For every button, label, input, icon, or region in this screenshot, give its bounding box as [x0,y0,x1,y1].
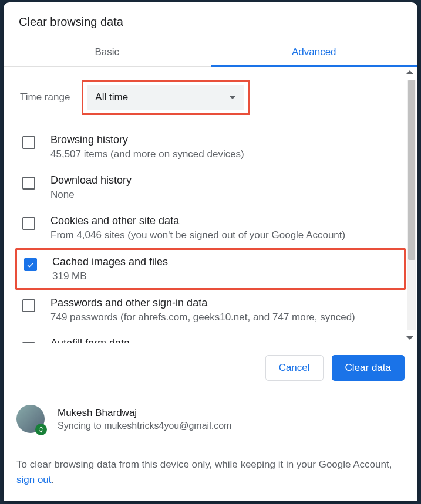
item-title: Passwords and other sign-in data [50,297,401,309]
dialog-title: Clear browsing data [4,2,417,39]
item-cached[interactable]: Cached images and files 319 MB [19,251,402,287]
time-range-value: All time [95,92,128,103]
item-text: Passwords and other sign-in data 749 pas… [50,297,401,323]
checkbox-cookies[interactable] [22,217,35,230]
item-browsing-history[interactable]: Browsing history 45,507 items (and more … [15,127,406,167]
item-title: Cached images and files [52,256,399,268]
item-text: Cookies and other site data From 4,046 s… [50,215,401,241]
sync-name: Mukesh Bhardwaj [58,407,231,419]
item-text: Cached images and files 319 MB [52,256,399,282]
footnote-post: . [52,474,55,485]
dialog-footer: Mukesh Bhardwaj Syncing to mukeshtricks4… [4,393,417,501]
checkbox-download-history[interactable] [22,177,35,190]
footnote-pre: To clear browsing data from this device … [16,459,392,470]
item-sub: From 4,046 sites (you won't be signed ou… [50,229,401,241]
item-cookies[interactable]: Cookies and other site data From 4,046 s… [15,208,406,248]
scroll-area: Time range All time Browsing history 45, [4,67,417,343]
tab-basic[interactable]: Basic [4,39,211,66]
item-title: Autofill form data [50,337,401,343]
sync-row: Mukesh Bhardwaj Syncing to mukeshtricks4… [16,405,405,445]
item-sub: 319 MB [52,270,399,282]
checkbox-cached[interactable] [24,258,37,271]
item-download-history[interactable]: Download history None [15,167,406,208]
checkbox-browsing-history[interactable] [22,136,35,149]
clear-browsing-data-dialog: Clear browsing data Basic Advanced Time … [4,2,417,501]
footer-note: To clear browsing data from this device … [16,457,405,487]
data-type-list: Browsing history 45,507 items (and more … [15,126,406,343]
item-autofill[interactable]: Autofill form data [15,330,406,343]
scroll-down-icon[interactable] [406,336,413,340]
cached-highlight: Cached images and files 319 MB [15,248,406,290]
item-text: Autofill form data [50,337,401,343]
item-sub: None [50,189,401,201]
item-text: Download history None [50,174,401,201]
sign-out-link[interactable]: sign out [16,474,52,485]
tabs: Basic Advanced [4,39,417,67]
tab-advanced[interactable]: Advanced [211,39,418,66]
scrollbar-arrows [405,70,415,340]
cancel-button[interactable]: Cancel [265,355,324,381]
item-title: Download history [50,174,401,187]
time-range-highlight: All time [82,80,250,115]
checkbox-autofill[interactable] [22,342,35,343]
item-sub: 45,507 items (and more on synced devices… [50,148,401,160]
time-range-select[interactable]: All time [87,85,244,110]
scroll-content: Time range All time Browsing history 45, [4,67,417,343]
scroll-up-icon[interactable] [406,70,413,74]
item-title: Cookies and other site data [50,215,401,227]
time-range-label: Time range [20,92,70,103]
item-sub: 749 passwords (for ahrefs.com, geeks10.n… [50,312,401,323]
item-title: Browsing history [50,134,401,146]
sync-text: Mukesh Bhardwaj Syncing to mukeshtricks4… [58,407,231,431]
time-range-row: Time range All time [15,67,406,126]
check-icon [26,260,35,269]
checkbox-passwords[interactable] [22,299,35,312]
clear-data-button[interactable]: Clear data [332,355,405,381]
sync-badge-icon [35,424,47,435]
dialog-actions: Cancel Clear data [4,343,417,393]
avatar [16,405,45,433]
sync-email: Syncing to mukeshtricks4you@gmail.com [58,421,231,431]
caret-down-icon [229,96,236,99]
item-passwords[interactable]: Passwords and other sign-in data 749 pas… [15,290,406,330]
item-text: Browsing history 45,507 items (and more … [50,134,401,160]
